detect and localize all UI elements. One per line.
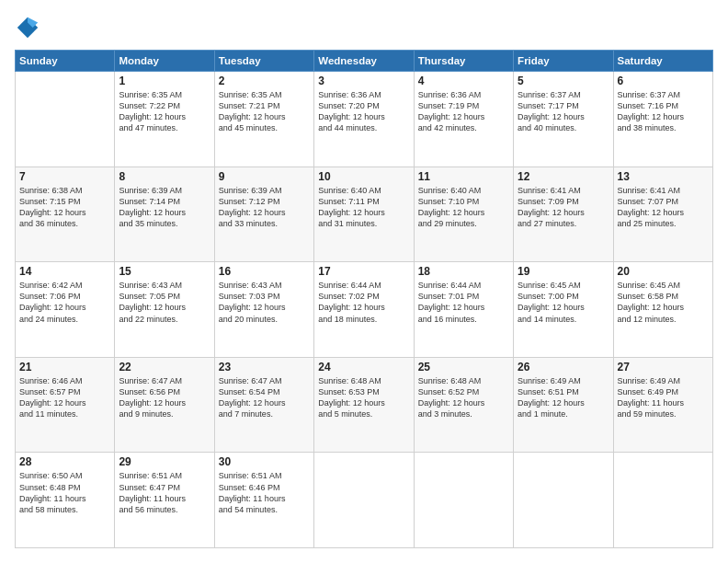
calendar-cell: 18Sunrise: 6:44 AMSunset: 7:01 PMDayligh… bbox=[414, 262, 513, 358]
calendar-cell bbox=[16, 72, 115, 167]
cell-info: Sunrise: 6:40 AMSunset: 7:10 PMDaylight:… bbox=[418, 185, 509, 230]
day-number: 28 bbox=[19, 455, 110, 468]
cell-info: Sunrise: 6:48 AMSunset: 6:52 PMDaylight:… bbox=[418, 375, 509, 420]
page: SundayMondayTuesdayWednesdayThursdayFrid… bbox=[0, 0, 728, 563]
col-header-saturday: Saturday bbox=[613, 51, 712, 72]
day-number: 14 bbox=[19, 265, 110, 278]
calendar-cell: 5Sunrise: 6:37 AMSunset: 7:17 PMDaylight… bbox=[514, 72, 613, 167]
cell-info: Sunrise: 6:49 AMSunset: 6:49 PMDaylight:… bbox=[618, 375, 709, 420]
day-number: 5 bbox=[518, 75, 609, 87]
cell-info: Sunrise: 6:35 AMSunset: 7:21 PMDaylight:… bbox=[219, 89, 310, 134]
day-number: 21 bbox=[19, 361, 110, 373]
day-number: 29 bbox=[119, 455, 210, 468]
day-number: 9 bbox=[219, 170, 310, 183]
calendar-cell: 28Sunrise: 6:50 AMSunset: 6:48 PMDayligh… bbox=[16, 453, 115, 548]
day-number: 8 bbox=[119, 170, 210, 183]
cell-info: Sunrise: 6:51 AMSunset: 6:46 PMDaylight:… bbox=[219, 470, 310, 515]
cell-info: Sunrise: 6:50 AMSunset: 6:48 PMDaylight:… bbox=[19, 470, 110, 515]
day-number: 20 bbox=[618, 265, 709, 278]
cell-info: Sunrise: 6:44 AMSunset: 7:02 PMDaylight:… bbox=[318, 280, 409, 325]
calendar-cell: 8Sunrise: 6:39 AMSunset: 7:14 PMDaylight… bbox=[115, 167, 214, 262]
cell-info: Sunrise: 6:43 AMSunset: 7:05 PMDaylight:… bbox=[119, 280, 210, 325]
cell-info: Sunrise: 6:46 AMSunset: 6:57 PMDaylight:… bbox=[19, 375, 110, 420]
calendar-cell: 6Sunrise: 6:37 AMSunset: 7:16 PMDaylight… bbox=[613, 72, 712, 167]
day-number: 1 bbox=[119, 75, 210, 87]
calendar-cell: 20Sunrise: 6:45 AMSunset: 6:58 PMDayligh… bbox=[613, 262, 712, 358]
day-number: 7 bbox=[19, 170, 110, 183]
calendar-cell: 10Sunrise: 6:40 AMSunset: 7:11 PMDayligh… bbox=[314, 167, 414, 262]
calendar-cell: 23Sunrise: 6:47 AMSunset: 6:54 PMDayligh… bbox=[214, 357, 313, 453]
day-number: 6 bbox=[618, 75, 709, 87]
day-number: 30 bbox=[219, 455, 310, 468]
day-number: 24 bbox=[318, 361, 409, 373]
cell-info: Sunrise: 6:41 AMSunset: 7:07 PMDaylight:… bbox=[618, 185, 709, 230]
calendar-cell: 27Sunrise: 6:49 AMSunset: 6:49 PMDayligh… bbox=[613, 357, 712, 453]
day-number: 26 bbox=[518, 361, 609, 373]
calendar-cell: 26Sunrise: 6:49 AMSunset: 6:51 PMDayligh… bbox=[514, 357, 613, 453]
logo-icon bbox=[15, 15, 40, 40]
day-number: 18 bbox=[418, 265, 509, 278]
calendar-week-row: 28Sunrise: 6:50 AMSunset: 6:48 PMDayligh… bbox=[16, 453, 713, 548]
day-number: 27 bbox=[618, 361, 709, 373]
calendar-cell: 9Sunrise: 6:39 AMSunset: 7:12 PMDaylight… bbox=[214, 167, 313, 262]
day-number: 23 bbox=[219, 361, 310, 373]
cell-info: Sunrise: 6:51 AMSunset: 6:47 PMDaylight:… bbox=[119, 470, 210, 515]
cell-info: Sunrise: 6:45 AMSunset: 7:00 PMDaylight:… bbox=[518, 280, 609, 325]
calendar-cell bbox=[613, 453, 712, 548]
calendar-cell bbox=[414, 453, 513, 548]
calendar-header-row: SundayMondayTuesdayWednesdayThursdayFrid… bbox=[16, 51, 713, 72]
cell-info: Sunrise: 6:39 AMSunset: 7:14 PMDaylight:… bbox=[119, 185, 210, 230]
cell-info: Sunrise: 6:47 AMSunset: 6:54 PMDaylight:… bbox=[219, 375, 310, 420]
calendar-cell: 19Sunrise: 6:45 AMSunset: 7:00 PMDayligh… bbox=[514, 262, 613, 358]
cell-info: Sunrise: 6:37 AMSunset: 7:17 PMDaylight:… bbox=[518, 89, 609, 134]
col-header-monday: Monday bbox=[115, 51, 214, 72]
calendar-cell: 1Sunrise: 6:35 AMSunset: 7:22 PMDaylight… bbox=[115, 72, 214, 167]
day-number: 11 bbox=[418, 170, 509, 183]
col-header-wednesday: Wednesday bbox=[314, 51, 414, 72]
day-number: 10 bbox=[318, 170, 409, 183]
day-number: 25 bbox=[418, 361, 509, 373]
header bbox=[15, 15, 713, 40]
calendar-cell bbox=[514, 453, 613, 548]
calendar-cell: 29Sunrise: 6:51 AMSunset: 6:47 PMDayligh… bbox=[115, 453, 214, 548]
calendar-cell bbox=[314, 453, 414, 548]
calendar-week-row: 7Sunrise: 6:38 AMSunset: 7:15 PMDaylight… bbox=[16, 167, 713, 262]
cell-info: Sunrise: 6:36 AMSunset: 7:20 PMDaylight:… bbox=[318, 89, 409, 134]
cell-info: Sunrise: 6:45 AMSunset: 6:58 PMDaylight:… bbox=[618, 280, 709, 325]
day-number: 12 bbox=[518, 170, 609, 183]
calendar-cell: 13Sunrise: 6:41 AMSunset: 7:07 PMDayligh… bbox=[613, 167, 712, 262]
day-number: 19 bbox=[518, 265, 609, 278]
calendar-week-row: 21Sunrise: 6:46 AMSunset: 6:57 PMDayligh… bbox=[16, 357, 713, 453]
day-number: 4 bbox=[418, 75, 509, 87]
cell-info: Sunrise: 6:40 AMSunset: 7:11 PMDaylight:… bbox=[318, 185, 409, 230]
cell-info: Sunrise: 6:41 AMSunset: 7:09 PMDaylight:… bbox=[518, 185, 609, 230]
calendar-cell: 15Sunrise: 6:43 AMSunset: 7:05 PMDayligh… bbox=[115, 262, 214, 358]
calendar-cell: 21Sunrise: 6:46 AMSunset: 6:57 PMDayligh… bbox=[16, 357, 115, 453]
logo bbox=[15, 15, 44, 40]
cell-info: Sunrise: 6:38 AMSunset: 7:15 PMDaylight:… bbox=[19, 185, 110, 230]
cell-info: Sunrise: 6:39 AMSunset: 7:12 PMDaylight:… bbox=[219, 185, 310, 230]
col-header-friday: Friday bbox=[514, 51, 613, 72]
calendar-cell: 16Sunrise: 6:43 AMSunset: 7:03 PMDayligh… bbox=[214, 262, 313, 358]
cell-info: Sunrise: 6:36 AMSunset: 7:19 PMDaylight:… bbox=[418, 89, 509, 134]
cell-info: Sunrise: 6:47 AMSunset: 6:56 PMDaylight:… bbox=[119, 375, 210, 420]
cell-info: Sunrise: 6:44 AMSunset: 7:01 PMDaylight:… bbox=[418, 280, 509, 325]
calendar-week-row: 14Sunrise: 6:42 AMSunset: 7:06 PMDayligh… bbox=[16, 262, 713, 358]
day-number: 3 bbox=[318, 75, 409, 87]
calendar-cell: 12Sunrise: 6:41 AMSunset: 7:09 PMDayligh… bbox=[514, 167, 613, 262]
cell-info: Sunrise: 6:37 AMSunset: 7:16 PMDaylight:… bbox=[618, 89, 709, 134]
calendar-cell: 25Sunrise: 6:48 AMSunset: 6:52 PMDayligh… bbox=[414, 357, 513, 453]
cell-info: Sunrise: 6:43 AMSunset: 7:03 PMDaylight:… bbox=[219, 280, 310, 325]
cell-info: Sunrise: 6:42 AMSunset: 7:06 PMDaylight:… bbox=[19, 280, 110, 325]
col-header-sunday: Sunday bbox=[16, 51, 115, 72]
cell-info: Sunrise: 6:48 AMSunset: 6:53 PMDaylight:… bbox=[318, 375, 409, 420]
calendar-table: SundayMondayTuesdayWednesdayThursdayFrid… bbox=[15, 50, 713, 548]
calendar-cell: 22Sunrise: 6:47 AMSunset: 6:56 PMDayligh… bbox=[115, 357, 214, 453]
calendar-cell: 2Sunrise: 6:35 AMSunset: 7:21 PMDaylight… bbox=[214, 72, 313, 167]
calendar-week-row: 1Sunrise: 6:35 AMSunset: 7:22 PMDaylight… bbox=[16, 72, 713, 167]
calendar-cell: 30Sunrise: 6:51 AMSunset: 6:46 PMDayligh… bbox=[214, 453, 313, 548]
col-header-tuesday: Tuesday bbox=[214, 51, 313, 72]
day-number: 2 bbox=[219, 75, 310, 87]
calendar-cell: 7Sunrise: 6:38 AMSunset: 7:15 PMDaylight… bbox=[16, 167, 115, 262]
day-number: 15 bbox=[119, 265, 210, 278]
